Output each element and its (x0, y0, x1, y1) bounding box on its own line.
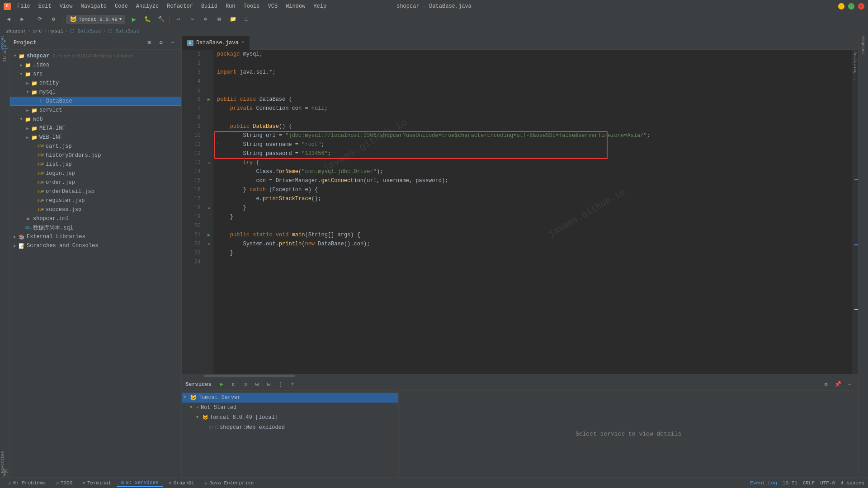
toolbar-btn5[interactable]: ↪ (187, 14, 197, 24)
menu-tools[interactable]: Tools (240, 2, 264, 10)
tree-item-register-jsp[interactable]: ▶ JSP register.jsp (10, 196, 181, 205)
tree-item-shopcar[interactable]: ▼ 📁 shopcar C:\Users\51414\Desktop\shopc… (10, 52, 181, 61)
build-button[interactable]: 🔨 (156, 14, 166, 24)
chevron-right-icon: ▶ (24, 108, 31, 113)
toolbar-btn6[interactable]: ⊕ (201, 14, 211, 24)
panel-layout-btn[interactable]: ⊞ (144, 38, 154, 48)
services-collapse-all-btn[interactable]: ⇇ (229, 380, 239, 389)
tree-item-scratches[interactable]: ▶ 📝 Scratches and Consoles (10, 241, 181, 250)
tree-item-servlet[interactable]: ▶ 📁 servlet (10, 106, 181, 115)
menu-run[interactable]: Run (222, 2, 239, 10)
service-item-tomcat-instance[interactable]: ▼ 🐱 Tomcat 8.0.49 [local] (182, 413, 398, 422)
tree-item-sql[interactable]: ▶ SQL 数据库脚本.sql (10, 223, 181, 232)
toolbar-btn7[interactable]: ▤ (214, 14, 224, 24)
run-configuration[interactable]: 🐱 Tomcat 8.0.49 ▼ (66, 15, 125, 24)
horizontal-scrollbar[interactable] (182, 374, 858, 378)
toolbar-btn8[interactable]: 📁 (228, 14, 238, 24)
code-editor[interactable]: javams.github.io javams.github.io 1 2 3 … (182, 50, 858, 374)
scrollbar-thumb[interactable] (204, 375, 295, 377)
tree-item-entity[interactable]: ▶ 📁 entity (10, 79, 181, 88)
status-tab-graphql[interactable]: ◇ GraphQL (164, 479, 199, 487)
toolbar-btn4[interactable]: ↩ (174, 14, 184, 24)
indent[interactable]: 4 spaces (840, 480, 864, 486)
debug-button[interactable]: 🐛 (142, 14, 152, 24)
menu-file[interactable]: File (14, 2, 34, 10)
warning-icon: ✓ (196, 405, 199, 410)
tree-item-success-jsp[interactable]: ▶ JSP success.jsp (10, 205, 181, 214)
services-pin-icon[interactable]: 📌 (833, 380, 843, 389)
tree-item-ext-libs[interactable]: ▶ 📚 External Libraries (10, 232, 181, 241)
services-group-btn[interactable]: ⊞ (252, 380, 262, 389)
menu-refactor[interactable]: Refactor (163, 2, 197, 10)
tree-item-mysql[interactable]: ▼ 📁 mysql (10, 88, 181, 97)
tree-item-history-orders-jsp[interactable]: ▶ JSP historyOrders.jsp (10, 151, 181, 160)
line-ending[interactable]: CRLF (803, 480, 815, 486)
breadcrumb-database1[interactable]: ⬡ DataBase (70, 28, 101, 34)
tree-item-order-jsp[interactable]: ▶ JSP order.jsp (10, 178, 181, 187)
menu-build[interactable]: Build (198, 2, 221, 10)
breadcrumb-shopcar[interactable]: shopcar (5, 28, 26, 34)
services-add-btn[interactable]: + (288, 380, 297, 389)
status-tab-java-enterprise[interactable]: ☕ Java Enterprise (200, 479, 259, 487)
panel-gear-btn[interactable]: ⚙ (156, 38, 166, 48)
database-side-icon[interactable]: Database (859, 40, 868, 48)
run-gutter-6[interactable]: ▶ (204, 95, 213, 104)
breadcrumb-database2[interactable]: ⬡ DataBase (108, 28, 139, 34)
maximize-button[interactable]: □ (848, 3, 854, 9)
tab-bar: C DataBase.java × (182, 36, 858, 50)
tree-item-cart-jsp[interactable]: ▶ JSP cart.jsp (10, 142, 181, 151)
run-gutter-21[interactable]: ▶ (204, 230, 213, 239)
tab-close-icon[interactable]: × (241, 40, 244, 45)
tree-item-idea[interactable]: ▶ 📁 .idea (10, 61, 181, 70)
menu-navigate[interactable]: Navigate (77, 2, 110, 10)
service-item-tomcat-server[interactable]: ▼ 🐱 Tomcat Server (182, 393, 398, 403)
service-item-shopcar-web[interactable]: ⬡ ⬡ shopcar:Web exploded (182, 422, 398, 432)
services-run-btn[interactable]: ▶ (217, 380, 227, 389)
tree-item-orderdetail-jsp[interactable]: ▶ JSP orderDetail.jsp (10, 187, 181, 196)
menu-code[interactable]: Code (111, 2, 132, 10)
tab-database-java[interactable]: C DataBase.java × (182, 36, 250, 50)
tree-item-database[interactable]: ▶ C DataBase (10, 97, 181, 106)
structure-icon[interactable]: Structure (0, 46, 10, 56)
tree-item-meta-inf[interactable]: ▶ 📁 META-INF (10, 124, 181, 133)
code-content[interactable]: → package mysql; import java.sql.*; publ… (213, 50, 858, 374)
breadcrumb-mysql[interactable]: mysql (48, 28, 63, 34)
services-settings-icon[interactable]: ⚙ (821, 380, 831, 389)
toolbar-forward-btn[interactable]: ▶ (17, 14, 27, 24)
status-tab-terminal[interactable]: ▪ Terminal (78, 479, 115, 487)
favorites-icon[interactable]: 2: Favorites (0, 457, 10, 467)
breadcrumb-src[interactable]: src (33, 28, 42, 34)
minimize-button[interactable]: − (838, 3, 844, 9)
tree-item-web[interactable]: ▼ 📁 web (10, 115, 181, 124)
menu-view[interactable]: View (56, 2, 76, 10)
services-filter-btn[interactable]: ⊟ (264, 380, 274, 389)
tree-item-shopcar-iml[interactable]: ▶ ◼ shopcar.iml (10, 214, 181, 223)
charset[interactable]: UTF-8 (820, 480, 835, 486)
services-minimize-icon[interactable]: − (844, 380, 854, 389)
toolbar-btn9[interactable]: □ (241, 14, 251, 24)
event-log-link[interactable]: Event Log (750, 480, 777, 486)
menu-vcs[interactable]: VCS (264, 2, 282, 10)
menu-edit[interactable]: Edit (35, 2, 55, 10)
menu-help[interactable]: Help (310, 2, 330, 10)
status-tab-problems[interactable]: ⚠ 6: Problems (4, 479, 50, 487)
toolbar-sync-btn[interactable]: ⟳ (35, 14, 45, 24)
toolbar-back-btn[interactable]: ◀ (4, 14, 14, 24)
service-item-not-started[interactable]: ▼ ✓ Not Started (182, 403, 398, 413)
toolbar-settings-btn[interactable]: ⚙ (48, 14, 58, 24)
menu-window[interactable]: Window (282, 2, 309, 10)
panel-minimize-btn[interactable]: − (168, 38, 178, 48)
status-tab-services[interactable]: ◎ 8: Services (117, 479, 163, 487)
web-icon[interactable]: Web (0, 467, 10, 477)
close-button[interactable]: × (858, 3, 864, 9)
services-config-btn[interactable]: ⋮ (276, 380, 286, 389)
tree-item-web-inf[interactable]: ▶ 📁 WEB-INF (10, 133, 181, 142)
run-button[interactable]: ▶ (129, 14, 139, 24)
tree-item-src[interactable]: ▼ 📁 src (10, 70, 181, 79)
services-expand-all-btn[interactable]: ⇉ (241, 380, 250, 389)
jsp-file-icon: JSP (37, 161, 44, 168)
tree-item-list-jsp[interactable]: ▶ JSP list.jsp (10, 160, 181, 169)
tree-item-login-jsp[interactable]: ▶ JSP login.jsp (10, 169, 181, 178)
status-tab-todo[interactable]: ☑ TODO (51, 479, 77, 487)
menu-analyze[interactable]: Analyze (132, 2, 162, 10)
